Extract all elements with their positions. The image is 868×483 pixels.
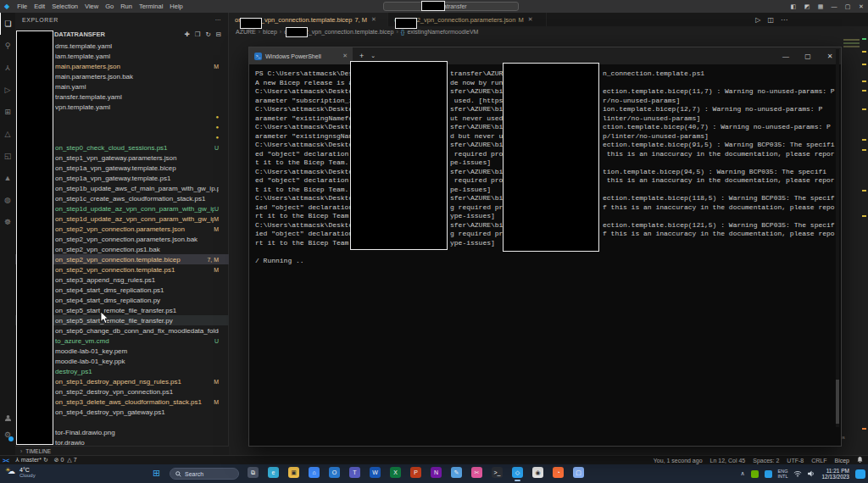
terminal-scrollbar-thumb[interactable] — [836, 380, 839, 424]
new-terminal-tab-icon[interactable]: + — [359, 52, 364, 60]
command-center[interactable]: datatransfer — [383, 2, 519, 11]
close-button[interactable]: ✕ — [854, 3, 868, 10]
terminal-scrollbar[interactable] — [836, 49, 839, 427]
weather-temp: 4°C — [19, 467, 36, 473]
breadcrumb-item[interactable]: AZURE — [236, 29, 256, 35]
testing-icon[interactable]: △ — [0, 123, 15, 145]
new-file-icon[interactable]: ✚ — [184, 31, 189, 38]
file-explorer-icon[interactable]: ▣ — [288, 467, 299, 480]
menu-edit[interactable]: Edit — [31, 3, 48, 10]
menu-file[interactable]: File — [14, 3, 31, 10]
overview-ruler[interactable] — [861, 13, 868, 455]
camera-icon[interactable]: ▢ — [573, 467, 584, 480]
refresh-explorer-icon[interactable]: ↻ — [205, 31, 210, 38]
tray-app-icon[interactable] — [765, 470, 772, 478]
breadcrumb-item[interactable]: bicep — [263, 29, 277, 35]
teams-icon[interactable]: T — [349, 467, 360, 480]
eol-sequence[interactable]: CRLF — [811, 458, 826, 464]
layout-customize-icon[interactable]: ▦ — [814, 3, 827, 10]
extensions-icon[interactable]: ⊞ — [0, 101, 15, 123]
file-label: on_step1d_update_az_vpn_conn_param_with_… — [55, 205, 214, 213]
menu-view[interactable]: View — [81, 3, 102, 10]
menu-bar: FileEditSelectionViewGoRunTerminalHelp — [14, 3, 186, 10]
encoding[interactable]: UTF-8 — [787, 458, 804, 464]
onenote-icon[interactable]: N — [431, 467, 442, 480]
problems-item[interactable]: ⊘ 0 △ 7 — [54, 457, 77, 464]
breadcrumb-symbol[interactable]: existingNameformoodleVM — [407, 29, 478, 35]
menu-go[interactable]: Go — [102, 3, 117, 10]
search-icon[interactable]: ⚲ — [0, 35, 15, 57]
tray-app-icon[interactable] — [751, 470, 759, 478]
indentation[interactable]: Spaces: 2 — [753, 458, 779, 464]
close-tab-icon[interactable]: ✕ — [371, 16, 376, 23]
volume-icon[interactable] — [808, 470, 815, 477]
menu-help[interactable]: Help — [166, 3, 186, 10]
language-indicator[interactable]: ENGINTL — [778, 469, 788, 479]
git-branch-item[interactable]: Y master* ↻ — [15, 457, 48, 464]
taskbar-search[interactable]: Search — [170, 468, 239, 480]
terminal-title-bar[interactable]: >_ Windows PowerShell ✕ + ⌄ — ▢ ✕ — [249, 47, 841, 64]
settings-gear-icon[interactable]: ⚙ — [0, 426, 15, 443]
run-button[interactable]: ▷ — [755, 16, 760, 24]
terminal-tab[interactable]: >_ Windows PowerShell ✕ — [249, 47, 353, 64]
notification-center-badge[interactable] — [855, 469, 865, 479]
weather-widget[interactable]: ☀☁ 4°C Cloudy — [5, 466, 36, 478]
file-label: vpn.template.yaml — [55, 103, 219, 111]
terminal-maximize-button[interactable]: ▢ — [797, 47, 819, 64]
file-label: on_step4_start_dms_replication.py — [55, 297, 219, 304]
notepad-icon[interactable]: ✎ — [451, 467, 462, 480]
remote-explorer-icon[interactable]: ◱ — [0, 145, 15, 167]
run-debug-icon[interactable]: ▷ — [0, 79, 15, 101]
search-icon — [175, 471, 181, 477]
language-mode[interactable]: Bicep — [834, 458, 849, 464]
outlook-icon[interactable]: O — [329, 467, 340, 480]
docker-icon[interactable]: ◍ — [0, 189, 15, 211]
editor-more-actions-icon[interactable]: ⋯ — [781, 16, 787, 24]
explorer-more-actions-icon[interactable]: ⋯ — [214, 17, 221, 24]
excel-icon[interactable]: X — [390, 467, 401, 480]
source-info[interactable]: You, 1 second ago — [654, 458, 703, 464]
layout-sidebar-icon[interactable]: ◧ — [787, 3, 800, 10]
edge-icon[interactable]: e — [268, 467, 279, 480]
close-tab-icon[interactable]: ✕ — [528, 16, 533, 23]
azure-icon[interactable]: ▲ — [0, 167, 15, 189]
store-icon[interactable]: ⌂ — [309, 467, 320, 480]
file-label: on_step0_check_cloud_sessions.ps1 — [55, 144, 214, 152]
split-editor-icon[interactable]: ◫ — [767, 16, 774, 24]
collapse-folders-icon[interactable]: ⊟ — [216, 31, 221, 38]
word-icon[interactable]: W — [370, 467, 381, 480]
hidden-icons-chevron[interactable]: ∧ — [740, 470, 744, 477]
explorer-icon[interactable]: ❏ — [0, 13, 15, 35]
menu-terminal[interactable]: Terminal — [136, 3, 166, 10]
breadcrumb-separator: › — [280, 29, 281, 35]
vscode-icon[interactable]: ◇ — [512, 467, 523, 480]
git-status-badge: M — [214, 226, 219, 232]
kubernetes-icon[interactable]: ☸ — [0, 211, 15, 233]
minimap[interactable] — [843, 37, 861, 444]
remote-indicator[interactable]: >< — [3, 458, 9, 464]
close-terminal-tab-icon[interactable]: ✕ — [342, 53, 348, 59]
terminal-icon[interactable]: >_ — [492, 467, 503, 480]
powerpoint-icon[interactable]: P — [410, 467, 421, 480]
terminal-dropdown-icon[interactable]: ⌄ — [370, 53, 376, 59]
notifications-bell-icon[interactable] — [857, 457, 863, 464]
wifi-icon[interactable] — [793, 470, 802, 477]
clock[interactable]: 11:21 PM 12/13/2023 — [821, 468, 849, 480]
layout-panel-icon[interactable]: ◩ — [800, 3, 814, 10]
source-control-icon[interactable]: Y — [0, 57, 15, 79]
cursor-position[interactable]: Ln 12, Col 45 — [710, 458, 746, 464]
new-folder-icon[interactable]: ❐ — [195, 31, 201, 38]
maximize-button[interactable]: ▢ — [841, 3, 854, 10]
terminal-minimize-button[interactable]: — — [775, 47, 797, 64]
minimize-button[interactable]: — — [827, 3, 841, 9]
firefox-icon[interactable]: ◔ — [553, 467, 564, 480]
menu-selection[interactable]: Selection — [48, 3, 81, 10]
task-view-icon[interactable]: ⧉ — [248, 467, 259, 480]
start-button[interactable]: ⊞ — [153, 468, 160, 479]
snipping-tool-icon[interactable]: ✂ — [471, 467, 482, 480]
menu-run[interactable]: Run — [117, 3, 136, 10]
account-icon[interactable] — [0, 409, 15, 426]
browser-icon[interactable]: ◉ — [532, 467, 543, 480]
timeline-section[interactable]: › TIMELINE — [15, 446, 229, 455]
tab-badge: 7, M — [354, 16, 367, 24]
